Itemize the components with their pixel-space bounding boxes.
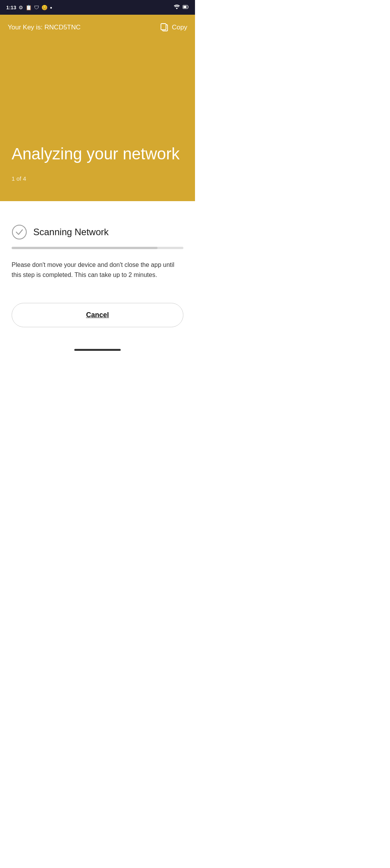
content-section: Scanning Network Please don't move your … <box>0 201 195 343</box>
scan-row: Scanning Network <box>12 224 183 240</box>
status-bar: 1:13 ⚙ 📋 🛡 😊 ● <box>0 0 195 15</box>
svg-rect-1 <box>183 6 186 8</box>
gear-icon: ⚙ <box>19 5 23 10</box>
clipboard-icon: 📋 <box>26 5 32 10</box>
hero-section: Analyzing your network 1 of 4 <box>0 39 195 201</box>
notification-dot: ● <box>50 5 52 10</box>
key-bar: Your Key is: RNCD5TNC Copy <box>0 15 195 39</box>
hero-title: Analyzing your network <box>12 144 183 164</box>
cancel-button[interactable]: Cancel <box>12 303 183 327</box>
check-circle-icon <box>12 224 27 240</box>
wifi-icon <box>173 4 180 11</box>
progress-bar-fill <box>12 247 157 249</box>
description-text: Please don't move your device and don't … <box>12 260 183 280</box>
svg-point-4 <box>12 225 26 239</box>
copy-icon <box>160 23 169 32</box>
copy-button[interactable]: Copy <box>160 23 187 32</box>
hero-step: 1 of 4 <box>12 175 183 182</box>
status-right <box>173 4 189 11</box>
status-left: 1:13 ⚙ 📋 🛡 😊 ● <box>6 5 52 10</box>
bottom-bar <box>0 343 195 354</box>
svg-rect-3 <box>161 24 166 30</box>
home-indicator <box>74 349 121 351</box>
face-icon: 😊 <box>41 5 48 10</box>
progress-bar <box>12 247 183 249</box>
copy-label: Copy <box>172 24 187 31</box>
status-time: 1:13 <box>6 5 16 10</box>
key-text: Your Key is: RNCD5TNC <box>8 24 80 31</box>
scan-label: Scanning Network <box>33 227 109 238</box>
shield-icon: 🛡 <box>34 5 39 10</box>
battery-icon <box>183 4 189 11</box>
